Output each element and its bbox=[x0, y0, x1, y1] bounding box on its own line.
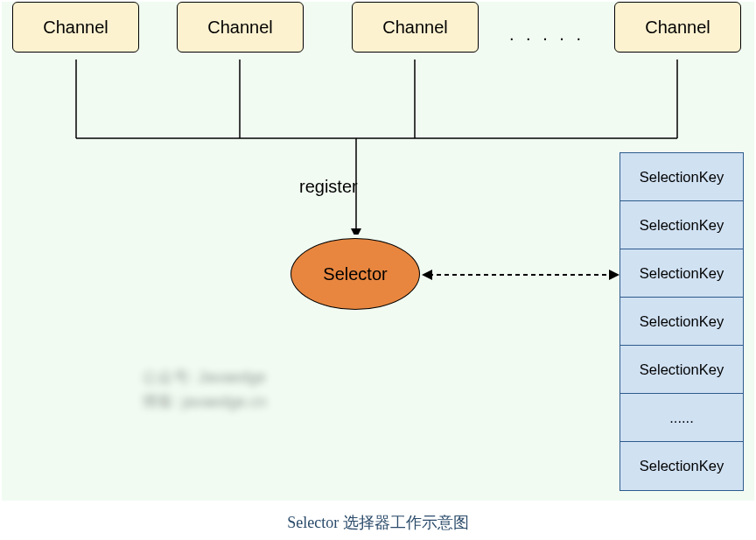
channel-box-2: Channel bbox=[177, 2, 304, 53]
channel-label-1: Channel bbox=[43, 18, 108, 38]
selection-key-label: ...... bbox=[669, 410, 694, 426]
selection-key-item: SelectionKey bbox=[620, 153, 743, 201]
selection-key-label: SelectionKey bbox=[640, 169, 724, 186]
selection-key-item: SelectionKey bbox=[620, 442, 743, 490]
selection-key-item: SelectionKey bbox=[620, 298, 743, 346]
diagram-caption: Selector 选择器工作示意图 bbox=[0, 512, 756, 533]
svg-marker-8 bbox=[422, 270, 432, 280]
watermark-line-2: 博客: javaedge.cn bbox=[142, 389, 267, 414]
channel-label-3: Channel bbox=[382, 18, 448, 38]
selector-node: Selector bbox=[290, 238, 420, 310]
selection-key-ellipsis: ...... bbox=[620, 394, 743, 442]
channel-ellipsis: · · · · · bbox=[509, 28, 584, 48]
selection-keys-list: SelectionKey SelectionKey SelectionKey S… bbox=[620, 152, 744, 491]
diagram-container: Channel Channel Channel · · · · · Channe… bbox=[2, 2, 754, 501]
selection-key-item: SelectionKey bbox=[620, 346, 743, 394]
watermark-line-1: 公众号: Javaedge bbox=[142, 365, 267, 389]
svg-marker-6 bbox=[351, 228, 361, 235]
selection-key-label: SelectionKey bbox=[640, 313, 724, 330]
selection-key-label: SelectionKey bbox=[640, 458, 724, 474]
channel-box-1: Channel bbox=[12, 2, 139, 53]
channel-label-2: Channel bbox=[207, 18, 273, 38]
selection-key-label: SelectionKey bbox=[640, 265, 724, 282]
channel-box-4: Channel bbox=[614, 2, 741, 53]
svg-marker-9 bbox=[609, 270, 620, 280]
selector-label: Selector bbox=[323, 264, 387, 284]
channel-label-4: Channel bbox=[645, 18, 710, 38]
selection-key-label: SelectionKey bbox=[640, 361, 724, 378]
bidirectional-arrow bbox=[420, 264, 621, 285]
selection-key-label: SelectionKey bbox=[640, 217, 724, 234]
channel-box-3: Channel bbox=[352, 2, 479, 53]
register-label: register bbox=[299, 177, 358, 197]
watermark: 公众号: Javaedge 博客: javaedge.cn bbox=[142, 365, 267, 414]
selection-key-item: SelectionKey bbox=[620, 201, 743, 249]
selection-key-item: SelectionKey bbox=[620, 249, 743, 298]
